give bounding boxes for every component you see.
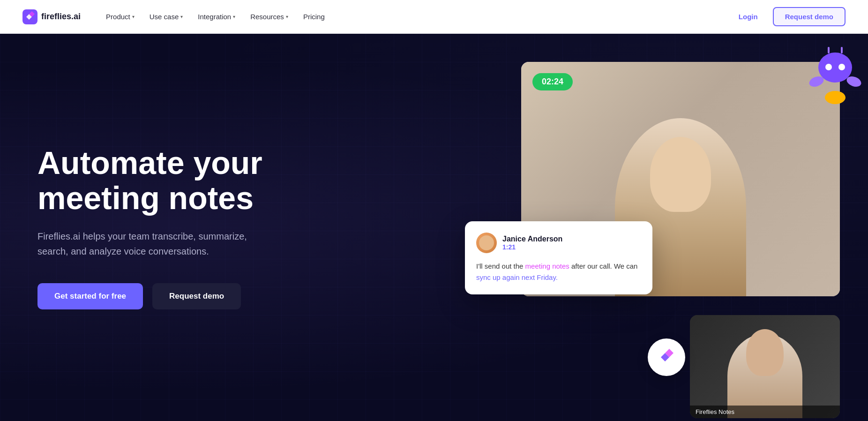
transcript-time: 1:21: [502, 243, 562, 251]
chevron-down-icon: ▾: [180, 14, 183, 19]
transcript-header: Janice Anderson 1:21: [476, 233, 641, 253]
nav-item-pricing[interactable]: Pricing: [297, 9, 331, 24]
hero-title: Automate your meeting notes: [37, 145, 300, 216]
logo-link[interactable]: fireflies.ai: [22, 9, 81, 24]
navbar: fireflies.ai Product ▾ Use case ▾ Integr…: [0, 0, 868, 34]
hero-content: Automate your meeting notes Fireflies.ai…: [37, 145, 300, 309]
robot-bottom: [825, 91, 846, 104]
timer-badge: 02:24: [532, 73, 573, 90]
logo-text: fireflies.ai: [41, 12, 81, 22]
small-video-card: Fireflies Notes: [690, 315, 840, 418]
chevron-down-icon: ▾: [286, 14, 288, 19]
nav-item-product[interactable]: Product ▾: [99, 9, 141, 24]
transcript-card: Janice Anderson 1:21 I'll send out the m…: [465, 221, 652, 294]
nav-item-usecase[interactable]: Use case ▾: [143, 9, 190, 24]
robot-body: [807, 53, 863, 109]
hero-section: Automate your meeting notes Fireflies.ai…: [0, 34, 868, 421]
avatar: [476, 233, 497, 253]
nav-item-resources[interactable]: Resources ▾: [244, 9, 295, 24]
avatar-face: [479, 235, 494, 250]
login-button[interactable]: Login: [731, 9, 765, 24]
hero-buttons: Get started for free Request demo: [37, 283, 300, 309]
request-demo-nav-button[interactable]: Request demo: [773, 7, 846, 26]
fireflies-icon-circle: [648, 338, 685, 376]
small-video-label: Fireflies Notes: [690, 406, 840, 418]
navbar-right: Login Request demo: [731, 7, 846, 26]
nav-links: Product ▾ Use case ▾ Integration ▾ Resou…: [99, 9, 331, 24]
hero-visual: 02:24 Janice Anderson 1:21 I'll send out…: [465, 62, 868, 418]
chevron-down-icon: ▾: [233, 14, 235, 19]
navbar-left: fireflies.ai Product ▾ Use case ▾ Integr…: [22, 9, 331, 24]
small-video-placeholder: [690, 315, 840, 418]
transcript-meta: Janice Anderson 1:21: [502, 235, 562, 251]
hero-subtitle: Fireflies.ai helps your team transcribe,…: [37, 229, 262, 259]
highlight-sync-up: sync up again next Friday.: [476, 273, 558, 281]
robot-eye-left: [825, 64, 832, 70]
get-started-button[interactable]: Get started for free: [37, 283, 143, 309]
robot-eyes: [825, 64, 845, 70]
nav-item-integration[interactable]: Integration ▾: [191, 9, 242, 24]
request-demo-hero-button[interactable]: Request demo: [152, 283, 241, 309]
fireflies-logo-icon: [655, 346, 678, 368]
robot-mascot: [807, 53, 863, 109]
highlight-meeting-notes: meeting notes: [525, 262, 569, 270]
robot-eye-right: [838, 64, 845, 70]
transcript-name: Janice Anderson: [502, 235, 562, 243]
transcript-text: I'll send out the meeting notes after ou…: [476, 261, 641, 283]
chevron-down-icon: ▾: [132, 14, 135, 19]
logo-icon: [22, 9, 37, 24]
